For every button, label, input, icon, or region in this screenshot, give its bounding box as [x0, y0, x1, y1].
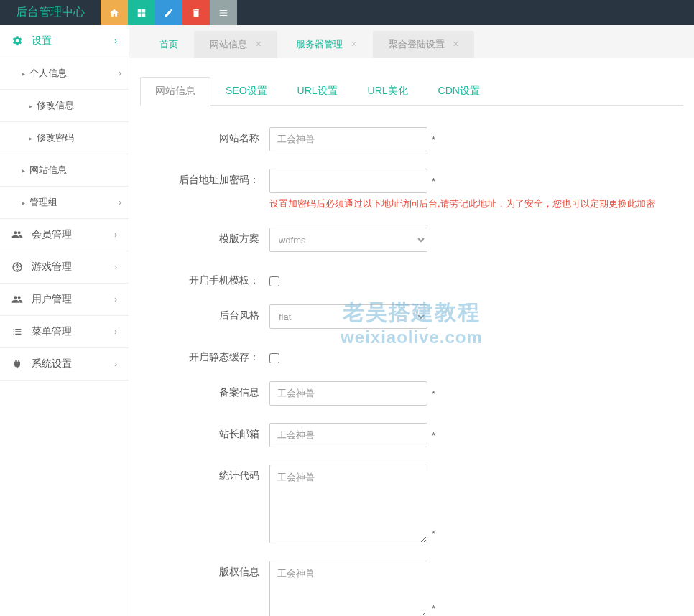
subtab-url-beautify[interactable]: URL美化 — [353, 77, 423, 106]
textarea-copyright[interactable] — [269, 561, 427, 616]
caret-right-icon: ▸ — [29, 134, 32, 142]
input-site-name[interactable] — [269, 127, 427, 151]
chevron-right-icon: › — [114, 262, 117, 272]
tab-login-settings[interactable]: 聚合登陆设置 × — [373, 31, 475, 58]
subtab-seo[interactable]: SEO设置 — [210, 77, 282, 106]
required-star: * — [432, 176, 435, 187]
checkbox-static-cache[interactable] — [269, 353, 279, 363]
label-mobile-template: 开启手机模板： — [140, 269, 269, 287]
list-icon — [11, 326, 24, 337]
top-header: 后台管理中心 — [0, 0, 694, 25]
sidebar-item-personal-info[interactable]: ▸ 个人信息 › — [0, 57, 129, 90]
label-static-cache: 开启静态缓存： — [140, 346, 269, 364]
label-email: 站长邮箱 — [140, 423, 269, 441]
subtab-label: CDN设置 — [438, 85, 480, 96]
close-icon[interactable]: × — [256, 38, 262, 50]
label-record: 备案信息 — [140, 381, 269, 399]
grid-icon — [137, 8, 147, 18]
svg-point-1 — [17, 266, 19, 269]
chevron-right-icon: › — [114, 294, 117, 304]
sidebar-item-member-manage[interactable]: 会员管理 › — [0, 219, 129, 251]
sidebar-label: 设置 — [32, 34, 52, 47]
toolbar-edit-button[interactable] — [155, 0, 182, 25]
input-record[interactable] — [269, 381, 427, 406]
toolbar-list-button[interactable] — [210, 0, 237, 25]
checkbox-mobile-template[interactable] — [269, 276, 279, 286]
subtab-label: SEO设置 — [226, 85, 267, 96]
chevron-right-icon: › — [119, 68, 121, 78]
sidebar-label: 管理组 — [29, 196, 57, 209]
label-backend-style: 后台风格 — [140, 304, 269, 322]
sidebar-item-menu-manage[interactable]: 菜单管理 › — [0, 316, 129, 348]
tab-site-info[interactable]: 网站信息 × — [194, 31, 277, 58]
sidebar-label: 会员管理 — [32, 228, 72, 241]
tab-label: 网站信息 — [210, 39, 247, 50]
chevron-right-icon: › — [114, 230, 117, 240]
required-star: * — [432, 134, 435, 145]
caret-right-icon: ▸ — [22, 167, 25, 174]
select-backend-style[interactable]: flat — [269, 304, 427, 329]
label-site-name: 网站名称 — [140, 127, 269, 145]
select-template[interactable]: wdfms — [269, 228, 427, 252]
tab-home[interactable]: 首页 — [144, 31, 194, 58]
subtab-site-info[interactable]: 网站信息 — [140, 77, 210, 106]
brand-title: 后台管理中心 — [0, 0, 101, 25]
users-icon — [11, 294, 24, 305]
chevron-right-icon: › — [114, 327, 117, 337]
sidebar-item-system-settings[interactable]: 系统设置 › — [0, 348, 129, 381]
main-content: 首页 网站信息 × 服务器管理 × 聚合登陆设置 × 网站信息 SEO设置 UR… — [129, 25, 694, 616]
required-star: * — [432, 603, 435, 614]
toolbar-grid-button[interactable] — [128, 0, 155, 25]
sidebar-label: 游戏管理 — [32, 261, 72, 274]
sidebar-label: 网站信息 — [29, 164, 67, 177]
gear-icon — [11, 35, 24, 47]
sidebar: 设置 › ▸ 个人信息 › ▸ 修改信息 ▸ 修改密码 ▸ 网站信息 ▸ 管理组… — [0, 25, 129, 616]
chevron-right-icon: › — [114, 359, 117, 369]
subtab-label: URL美化 — [368, 85, 408, 96]
sidebar-item-game-manage[interactable]: 游戏管理 › — [0, 251, 129, 284]
caret-right-icon: ▸ — [22, 199, 25, 207]
textarea-stats[interactable] — [269, 465, 427, 543]
sidebar-item-admin-group[interactable]: ▸ 管理组 › — [0, 187, 129, 219]
sidebar-label: 个人信息 — [29, 67, 67, 80]
sidebar-item-modify-password[interactable]: ▸ 修改密码 — [0, 122, 129, 154]
page-tabs: 首页 网站信息 × 服务器管理 × 聚合登陆设置 × — [129, 25, 694, 58]
label-template: 模版方案 — [140, 228, 269, 246]
tab-label: 聚合登陆设置 — [389, 39, 445, 50]
tab-server-manage[interactable]: 服务器管理 × — [280, 31, 373, 58]
sidebar-label: 系统设置 — [32, 358, 72, 370]
caret-right-icon: ▸ — [22, 70, 25, 78]
sidebar-label: 用户管理 — [32, 293, 72, 306]
tab-label: 首页 — [159, 39, 178, 50]
home-icon — [109, 8, 119, 18]
required-star: * — [432, 528, 435, 539]
toolbar-trash-button[interactable] — [182, 0, 210, 25]
sidebar-item-user-manage[interactable]: 用户管理 › — [0, 284, 129, 316]
caret-right-icon: ▸ — [29, 102, 32, 110]
subtab-url[interactable]: URL设置 — [282, 77, 353, 106]
required-star: * — [432, 430, 435, 441]
sidebar-label: 修改密码 — [37, 131, 74, 144]
tab-label: 服务器管理 — [296, 39, 343, 50]
pencil-icon — [164, 8, 174, 18]
sub-tabs: 网站信息 SEO设置 URL设置 URL美化 CDN设置 — [140, 76, 683, 106]
subtab-cdn[interactable]: CDN设置 — [423, 77, 495, 106]
sidebar-item-modify-info[interactable]: ▸ 修改信息 — [0, 90, 129, 122]
subtab-label: URL设置 — [297, 85, 338, 96]
close-icon[interactable]: × — [351, 38, 356, 50]
input-encrypt[interactable] — [269, 169, 427, 193]
users-icon — [11, 229, 24, 241]
plug-icon — [11, 358, 24, 370]
list-icon — [218, 8, 228, 18]
label-encrypt: 后台地址加密码： — [140, 169, 269, 187]
input-email[interactable] — [269, 423, 427, 447]
label-stats: 统计代码 — [140, 465, 269, 482]
sidebar-item-site-info[interactable]: ▸ 网站信息 — [0, 154, 129, 187]
required-star: * — [432, 388, 435, 399]
chevron-right-icon: › — [114, 36, 117, 46]
toolbar-home-button[interactable] — [101, 0, 128, 25]
encrypt-hint: 设置加密码后必须通过以下地址访问后台,请劳记此地址，为了安全，您也可以定期更换此… — [269, 197, 655, 210]
sidebar-item-settings[interactable]: 设置 › — [0, 25, 129, 57]
close-icon[interactable]: × — [453, 38, 458, 50]
chevron-right-icon: › — [119, 197, 121, 207]
